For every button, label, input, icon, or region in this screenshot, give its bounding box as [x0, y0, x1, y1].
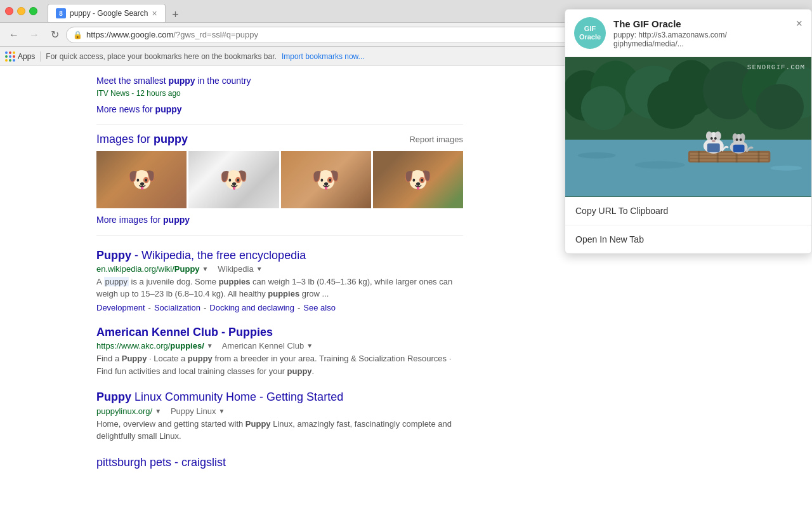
gif-oracle-logo-text: GIFOracle: [579, 25, 601, 41]
forward-button[interactable]: →: [25, 26, 43, 44]
popup-close-button[interactable]: ×: [796, 17, 802, 30]
svg-rect-23: [757, 151, 759, 163]
svg-rect-18: [690, 156, 768, 158]
svg-point-10: [756, 84, 804, 130]
gif-oracle-popup: GIFOracle The GIF Oracle puppy: http://s…: [565, 9, 812, 254]
apps-label: Apps: [18, 52, 35, 61]
tab-favicon: 8: [56, 8, 66, 18]
images-section-header: Images for puppy Report images: [96, 133, 463, 146]
svg-point-31: [712, 140, 716, 142]
svg-rect-19: [690, 159, 768, 161]
wikipedia-desc: A puppy is a juvenile dog. Some puppies …: [96, 276, 463, 300]
svg-point-13: [634, 161, 685, 169]
popup-actions: Copy URL To Clipboard Open In New Tab: [565, 197, 811, 253]
images-section-title[interactable]: Images for puppy: [96, 133, 188, 146]
svg-point-8: [581, 86, 625, 130]
reload-button[interactable]: ↻: [46, 26, 63, 44]
close-window-button[interactable]: [5, 7, 13, 15]
news-item-title[interactable]: Meet the smallest puppy in the country: [96, 76, 251, 86]
open-in-new-tab-button[interactable]: Open In New Tab: [565, 225, 811, 253]
svg-rect-17: [690, 153, 768, 155]
puppylinux-desc: Home, overview and getting started with …: [96, 418, 463, 443]
popup-title-area: The GIF Oracle puppy: http://s3.amazonaw…: [613, 18, 788, 48]
bookmarks-separator: [40, 51, 41, 62]
more-news-link[interactable]: More news for puppy: [96, 104, 463, 114]
wikipedia-link-socialization[interactable]: Socialization: [154, 303, 200, 312]
puppylinux-result-title[interactable]: Puppy Linux Community Home - Getting Sta…: [96, 391, 343, 403]
import-bookmarks-link[interactable]: Import bookmarks now...: [282, 52, 365, 61]
svg-point-29: [710, 137, 713, 140]
svg-point-12: [578, 152, 616, 159]
puppy-image-4[interactable]: [373, 151, 463, 208]
wikipedia-sitelinks: Development - Socialization - Docking an…: [96, 303, 463, 312]
popup-header: GIFOracle The GIF Oracle puppy: http://s…: [565, 10, 811, 57]
popup-url: puppy: http://s3.amazonaws.com/giphymedi…: [613, 30, 788, 48]
section-divider: [96, 124, 463, 125]
popup-title: The GIF Oracle: [613, 18, 788, 29]
puppylinux-url-line: puppylinux.org/ ▼ Puppy Linux ▼: [96, 406, 463, 416]
traffic-lights: [5, 7, 37, 15]
puppy-image-2[interactable]: [188, 151, 278, 208]
apps-grid-icon: [5, 51, 15, 62]
wikipedia-link-docking[interactable]: Docking and declawing: [209, 303, 294, 312]
tab-close-button[interactable]: ×: [152, 8, 157, 18]
wikipedia-url-dropdown[interactable]: ▼: [202, 265, 209, 272]
search-result-wikipedia: Puppy - Wikipedia, the free encyclopedia…: [96, 248, 463, 312]
akc-url-line: https://www.akc.org/puppies/ ▼ American …: [96, 341, 463, 351]
wikipedia-source: Wikipedia: [211, 264, 253, 274]
wikipedia-source-dropdown[interactable]: ▼: [256, 265, 263, 272]
search-result-puppylinux: Puppy Linux Community Home - Getting Sta…: [96, 390, 463, 442]
popup-gif-image: SENORGIF.COM: [565, 57, 811, 197]
akc-url: https://www.akc.org/puppies/: [96, 341, 204, 351]
ssl-icon: 🔒: [73, 30, 82, 39]
akc-url-dropdown[interactable]: ▼: [207, 342, 213, 349]
craigslist-result-title[interactable]: pittsburgh pets - craigslist: [96, 456, 226, 469]
puppylinux-url: puppylinux.org/: [96, 406, 152, 416]
puppy-image-3[interactable]: [281, 151, 371, 208]
gif-oracle-logo: GIFOracle: [574, 17, 606, 49]
wikipedia-link-seealso[interactable]: See also: [303, 303, 336, 312]
minimize-window-button[interactable]: [17, 7, 25, 15]
svg-point-9: [647, 81, 698, 129]
akc-result-title[interactable]: American Kennel Club - Puppies: [96, 326, 273, 338]
back-button[interactable]: ←: [5, 26, 23, 44]
svg-point-38: [740, 138, 742, 141]
puppy-image-1[interactable]: [96, 151, 187, 208]
akc-desc: Find a Puppy · Locate a puppy from a bre…: [96, 352, 463, 377]
apps-button[interactable]: Apps: [5, 51, 35, 62]
maximize-window-button[interactable]: [29, 7, 37, 15]
browser-tab-active[interactable]: 8 puppy - Google Search ×: [48, 4, 166, 22]
news-item: Meet the smallest puppy in the country I…: [96, 75, 463, 98]
puppy-image-grid: [96, 151, 463, 208]
akc-source-dropdown[interactable]: ▼: [306, 342, 313, 349]
puppylinux-url-dropdown[interactable]: ▼: [155, 408, 161, 415]
svg-point-15: [770, 166, 802, 171]
wikipedia-url-line: en.wikipedia.org/wiki/Puppy ▼ Wikipedia …: [96, 264, 463, 274]
puppylinux-source-dropdown[interactable]: ▼: [218, 408, 225, 415]
svg-rect-20: [698, 151, 700, 163]
gif-watermark: SENORGIF.COM: [747, 64, 805, 71]
new-tab-button[interactable]: +: [167, 7, 185, 22]
svg-rect-34: [733, 145, 745, 152]
svg-point-37: [736, 138, 738, 141]
search-result-akc: American Kennel Club - Puppies https://w…: [96, 325, 463, 377]
report-images-link[interactable]: Report images: [409, 135, 463, 144]
section-divider-2: [96, 235, 463, 236]
tab-title: puppy - Google Search: [70, 9, 148, 18]
search-result-craigslist: pittsburgh pets - craigslist: [96, 455, 463, 470]
svg-rect-26: [707, 144, 720, 152]
akc-source: American Kennel Club: [216, 341, 304, 351]
news-item-source: ITV News - 12 hours ago: [96, 89, 463, 98]
puppylinux-source: Puppy Linux: [164, 406, 216, 416]
copy-url-button[interactable]: Copy URL To Clipboard: [565, 197, 811, 225]
wikipedia-result-title[interactable]: Puppy - Wikipedia, the free encyclopedia: [96, 249, 306, 262]
bookmarks-placeholder: For quick access, place your bookmarks h…: [46, 52, 277, 61]
wikipedia-url: en.wikipedia.org/wiki/Puppy: [96, 264, 200, 274]
search-results: Meet the smallest puppy in the country I…: [0, 66, 463, 489]
wikipedia-link-development[interactable]: Development: [96, 303, 145, 312]
more-images-link[interactable]: More images for puppy: [96, 215, 463, 225]
svg-point-30: [714, 137, 717, 140]
